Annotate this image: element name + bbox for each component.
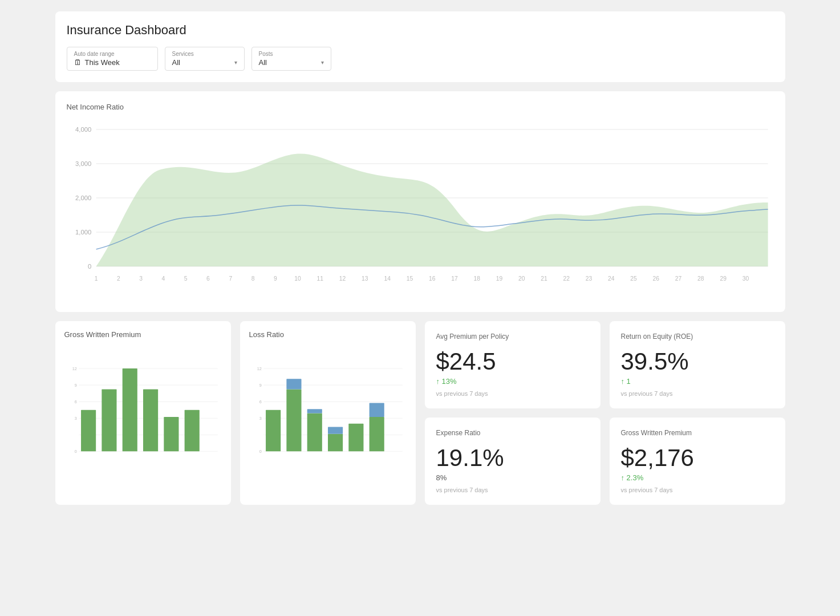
loss-ratio-chart-title: Loss Ratio [249, 330, 407, 339]
gwp-kpi-title: Gross Written Premium [621, 429, 774, 437]
expense-ratio-title: Expense Ratio [436, 429, 589, 437]
chevron-down-icon-posts: ▾ [321, 59, 324, 66]
expense-ratio-change: 8% [436, 473, 589, 482]
svg-text:1: 1 [94, 275, 98, 282]
loss-ratio-svg: 12 9 6 3 0 [249, 346, 407, 483]
avg-premium-card: Avg Premium per Policy $24.5 ↑ 13% vs pr… [425, 321, 600, 408]
svg-text:5: 5 [184, 275, 187, 282]
lr-bar4-green [328, 434, 343, 452]
svg-text:14: 14 [384, 275, 391, 282]
svg-text:9: 9 [74, 383, 76, 388]
net-income-chart-title: Net Income Ratio [67, 103, 774, 111]
avg-premium-value: $24.5 [436, 350, 589, 374]
lr-bar1-green [266, 410, 281, 452]
date-range-value: 🗓 This Week [74, 58, 151, 67]
gwp-bar-5 [164, 417, 178, 451]
svg-text:8: 8 [251, 275, 254, 282]
svg-text:21: 21 [541, 275, 547, 282]
svg-text:12: 12 [339, 275, 346, 282]
page-title: Insurance Dashboard [67, 23, 774, 38]
net-income-chart-area: 4,000 3,000 2,000 1,000 0 1 2 3 4 5 6 7 … [67, 118, 774, 301]
expense-ratio-subtitle: vs previous 7 days [436, 487, 589, 493]
svg-text:2: 2 [117, 275, 120, 282]
svg-text:18: 18 [473, 275, 480, 282]
svg-text:3: 3 [74, 416, 76, 421]
svg-text:0: 0 [74, 449, 76, 454]
svg-text:0: 0 [259, 449, 261, 454]
avg-premium-title: Avg Premium per Policy [436, 333, 589, 341]
date-range-filter[interactable]: Auto date range 🗓 This Week [67, 47, 158, 71]
bottom-row: Gross Written Premium 12 9 6 3 0 [55, 321, 785, 505]
gwp-kpi-value: $2,176 [621, 446, 774, 470]
roe-subtitle: vs previous 7 days [621, 390, 774, 397]
svg-text:1,000: 1,000 [75, 229, 91, 236]
svg-text:6: 6 [206, 275, 210, 282]
roe-card: Return on Equity (ROE) 39.5% ↑ 1 vs prev… [610, 321, 785, 408]
svg-text:22: 22 [563, 275, 570, 282]
svg-text:3: 3 [139, 275, 143, 282]
lr-bar2-blue [286, 379, 301, 389]
svg-text:16: 16 [428, 275, 435, 282]
svg-text:3: 3 [259, 416, 261, 421]
svg-text:17: 17 [451, 275, 458, 282]
loss-ratio-card: Loss Ratio 12 9 6 3 0 [240, 321, 416, 505]
svg-text:11: 11 [316, 275, 323, 282]
lr-bar3-green [307, 414, 322, 452]
svg-text:6: 6 [74, 399, 76, 404]
filters-bar: Auto date range 🗓 This Week Services All… [67, 47, 774, 71]
svg-text:7: 7 [229, 275, 232, 282]
lr-bar3-blue [307, 409, 322, 413]
svg-text:23: 23 [585, 275, 592, 282]
svg-text:9: 9 [259, 383, 261, 388]
gross-written-premium-card: Gross Written Premium 12 9 6 3 0 [55, 321, 231, 505]
svg-text:29: 29 [720, 275, 727, 282]
svg-text:12: 12 [72, 366, 76, 371]
calendar-icon: 🗓 [74, 58, 82, 67]
services-filter[interactable]: Services All ▾ [165, 47, 245, 71]
svg-text:24: 24 [608, 275, 615, 282]
gwp-bar-3 [122, 368, 137, 451]
gwp-kpi-card: Gross Written Premium $2,176 ↑ 2.3% vs p… [610, 418, 785, 505]
svg-text:12: 12 [257, 366, 261, 371]
svg-text:2,000: 2,000 [75, 194, 91, 201]
gwp-bar-4 [143, 389, 158, 451]
svg-text:3,000: 3,000 [75, 160, 91, 167]
gwp-bar-1 [81, 410, 96, 452]
svg-text:13: 13 [362, 275, 368, 282]
net-income-chart-card: Net Income Ratio 4,000 3,000 2,000 1,000… [55, 91, 785, 312]
gwp-svg: 12 9 6 3 0 [64, 346, 222, 483]
roe-value: 39.5% [621, 350, 774, 374]
svg-text:9: 9 [273, 275, 277, 282]
lr-bar2-green [286, 389, 301, 451]
svg-text:4: 4 [161, 275, 165, 282]
svg-text:26: 26 [652, 275, 659, 282]
lr-bar4-blue [328, 427, 343, 434]
gwp-chart-area: 12 9 6 3 0 [64, 346, 222, 483]
expense-ratio-card: Expense Ratio 19.1% 8% vs previous 7 day… [425, 418, 600, 505]
date-range-label: Auto date range [74, 51, 151, 57]
gwp-chart-title: Gross Written Premium [64, 330, 222, 339]
net-income-upper-area [96, 154, 768, 266]
roe-title: Return on Equity (ROE) [621, 333, 774, 341]
gwp-bar-2 [102, 389, 116, 451]
lr-bar6-blue [369, 403, 384, 417]
roe-change: ↑ 1 [621, 377, 774, 386]
lr-bar6-green [369, 417, 384, 451]
svg-text:28: 28 [697, 275, 704, 282]
svg-text:6: 6 [259, 399, 261, 404]
svg-text:15: 15 [406, 275, 413, 282]
svg-text:25: 25 [630, 275, 637, 282]
gwp-kpi-subtitle: vs previous 7 days [621, 487, 774, 493]
svg-text:20: 20 [518, 275, 525, 282]
services-label: Services [172, 51, 237, 57]
chevron-down-icon: ▾ [234, 59, 237, 66]
posts-filter[interactable]: Posts All ▾ [251, 47, 331, 71]
svg-text:30: 30 [742, 275, 749, 282]
lr-bar5-green [348, 424, 363, 452]
svg-text:0: 0 [88, 263, 91, 270]
svg-text:19: 19 [496, 275, 502, 282]
posts-dropdown: All ▾ [259, 58, 324, 67]
svg-text:27: 27 [675, 275, 681, 282]
dashboard-container: Insurance Dashboard Auto date range 🗓 Th… [55, 11, 785, 505]
header-card: Insurance Dashboard Auto date range 🗓 Th… [55, 11, 785, 82]
